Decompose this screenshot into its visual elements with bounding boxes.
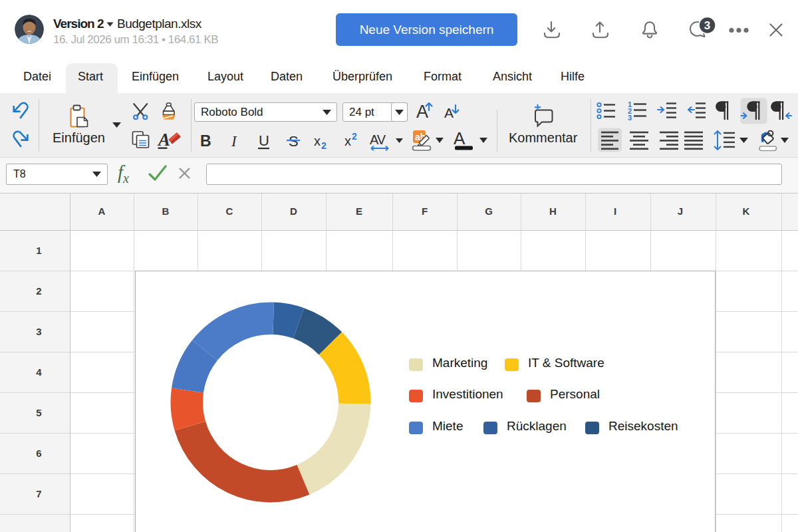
svg-text:S: S: [289, 133, 299, 150]
svg-text:B: B: [200, 132, 211, 150]
svg-text:x: x: [344, 134, 351, 148]
svg-text:3: 3: [628, 114, 632, 122]
svg-text:2: 2: [321, 140, 327, 151]
svg-text:U: U: [259, 132, 269, 149]
svg-text:I: I: [231, 133, 237, 150]
svg-text:A: A: [157, 130, 170, 150]
svg-text:AV: AV: [370, 132, 386, 147]
svg-text:3: 3: [704, 19, 710, 32]
svg-text:A: A: [444, 105, 454, 120]
svg-text:2: 2: [352, 131, 357, 142]
svg-text:A: A: [454, 128, 466, 148]
svg-text:x: x: [314, 134, 321, 148]
